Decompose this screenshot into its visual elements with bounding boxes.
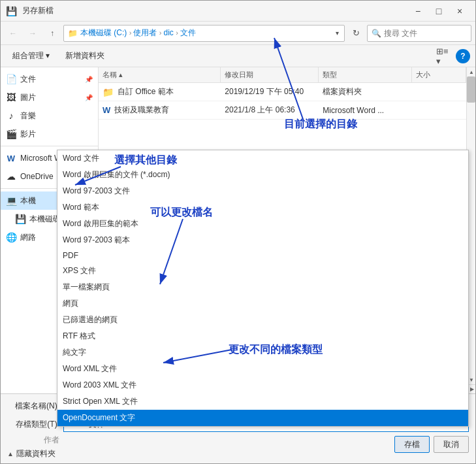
- forward-button[interactable]: →: [24, 25, 41, 42]
- file-list-header: 名稱 ▴ 修改日期 類型 大小: [99, 67, 466, 83]
- col-header-type[interactable]: 類型: [319, 67, 412, 82]
- videos-icon: 🎬: [6, 129, 16, 139]
- maximize-button[interactable]: □: [428, 2, 449, 20]
- dropdown-item-xps[interactable]: XPS 文件: [57, 263, 468, 279]
- sidebar-item-pictures[interactable]: 🖼 圖片 📌: [1, 88, 98, 107]
- toolbar-right: ⊞≡ ▾ ?: [436, 48, 470, 65]
- hscroll-right[interactable]: ▶: [469, 386, 475, 392]
- dropdown-item-word[interactable]: Word 文件: [57, 150, 468, 167]
- dropdown-item-rtf[interactable]: RTF 格式: [57, 328, 468, 344]
- back-button[interactable]: ←: [5, 25, 22, 42]
- author-row: 作者: [7, 435, 59, 446]
- sidebar-label-onedrive: OneDrive: [20, 172, 54, 181]
- title-bar: 💾 另存新檔 − □ ×: [1, 1, 475, 22]
- hidden-folders-row: ▲ 隱藏資料夾: [7, 448, 59, 459]
- dropdown-item-pdf[interactable]: PDF: [57, 248, 468, 263]
- dropdown-item-strict-xml[interactable]: Strict Open XML 文件: [57, 393, 468, 410]
- sidebar-label-network: 網路: [20, 232, 36, 243]
- file-size-2: [413, 101, 466, 119]
- sidebar-label-pictures: 圖片: [20, 92, 36, 103]
- onedrive-icon: ☁: [6, 171, 16, 182]
- col-header-name[interactable]: 名稱 ▴: [99, 67, 221, 82]
- bottom-form-area: 檔案名稱(N): 存檔類型(T): Word 文件 ▾ Word 文件 Word…: [1, 393, 475, 463]
- dropdown-item-webpage[interactable]: 網頁: [57, 295, 468, 312]
- dropdown-item-word-xml[interactable]: Word XML 文件: [57, 361, 468, 377]
- dropdown-item-word-macro-template[interactable]: Word 啟用巨集的範本: [57, 216, 468, 232]
- form-buttons: 存檔 取消: [394, 436, 469, 453]
- folder-icon-1: 📁: [103, 87, 114, 97]
- crumb-dic[interactable]: dic: [163, 28, 173, 37]
- toolbar: 組合管理 ▾ 新增資料夾 ⊞≡ ▾ ?: [1, 45, 475, 67]
- filename-label: 檔案名稱(N):: [7, 401, 59, 412]
- table-row[interactable]: W 技術及職業教育 2021/1/8 上午 06:36 Microsoft Wo…: [99, 101, 466, 120]
- documents-icon: 📄: [6, 74, 16, 84]
- file-date-2: 2021/1/8 上午 06:36: [221, 101, 319, 119]
- vscroll-up[interactable]: ▲: [467, 67, 475, 76]
- organize-button[interactable]: 組合管理 ▾: [6, 48, 56, 65]
- save-dialog-window: 💾 另存新檔 − □ × ← → ↑ 📁 本機磁碟 (C:) › 使用者 › d…: [0, 0, 476, 464]
- cancel-button[interactable]: 取消: [434, 436, 469, 453]
- dropdown-item-word-macro[interactable]: Word 啟用巨集的文件 (*.docm): [57, 167, 468, 183]
- new-folder-button[interactable]: 新增資料夾: [59, 48, 111, 65]
- dropdown-item-word97[interactable]: Word 97-2003 文件: [57, 183, 468, 199]
- navigation-bar: ← → ↑ 📁 本機磁碟 (C:) › 使用者 › dic › 文件 ▾ ↻ 🔍: [1, 22, 475, 45]
- address-bar-text: 本機磁碟 (C:) › 使用者 › dic › 文件: [80, 27, 332, 39]
- pin-icon: 📌: [85, 76, 93, 83]
- thispc-icon: 💻: [6, 195, 16, 206]
- col-header-size[interactable]: 大小: [412, 67, 466, 82]
- vscroll-thumb[interactable]: [467, 76, 475, 103]
- title-controls: − □ ×: [407, 2, 470, 20]
- minimize-button[interactable]: −: [407, 2, 428, 20]
- meta-area: 作者 ▲ 隱藏資料夾: [7, 435, 59, 459]
- file-type-1: 檔案資料夾: [319, 83, 413, 101]
- pin-icon-2: 📌: [85, 94, 93, 101]
- file-name-1: 📁 自訂 Office 範本: [99, 83, 221, 101]
- crumb-docs[interactable]: 文件: [180, 28, 196, 37]
- save-button[interactable]: 存檔: [394, 436, 430, 453]
- dropdown-item-odt[interactable]: OpenDocument 文字: [57, 410, 468, 426]
- crumb-user[interactable]: 使用者: [133, 28, 157, 37]
- col-header-date[interactable]: 修改日期: [221, 67, 319, 82]
- search-input[interactable]: [384, 29, 476, 38]
- word-icon-2: W: [103, 105, 110, 115]
- pictures-icon: 🖼: [6, 92, 16, 103]
- dropdown-item-filtered-webpage[interactable]: 已篩選過的網頁: [57, 312, 468, 328]
- sidebar-item-videos[interactable]: 🎬 影片: [1, 125, 98, 143]
- sidebar-divider-1: [1, 146, 98, 146]
- sidebar-label-thispc: 本機: [20, 195, 36, 207]
- file-date-1: 2019/12/19 下午 05:40: [221, 83, 319, 101]
- window-title: 另存新檔: [22, 5, 54, 16]
- sidebar-label-videos: 影片: [20, 129, 36, 140]
- network-icon: 🌐: [6, 232, 16, 242]
- file-name-2: W 技術及職業教育: [99, 101, 221, 119]
- sidebar-item-documents[interactable]: 📄 文件 📌: [1, 70, 98, 88]
- dropdown-item-word97-template[interactable]: Word 97-2003 範本: [57, 232, 468, 248]
- help-button[interactable]: ?: [456, 49, 470, 63]
- sidebar-item-music[interactable]: ♪ 音樂: [1, 107, 98, 125]
- diskd-icon: 💾: [15, 214, 25, 224]
- filetype-label: 存檔類型(T):: [7, 419, 59, 430]
- title-bar-left: 💾 另存新檔: [6, 5, 54, 16]
- dropdown-item-word-template[interactable]: Word 範本: [57, 199, 468, 216]
- msword-icon: W: [6, 154, 16, 163]
- refresh-button[interactable]: ↻: [347, 25, 364, 42]
- address-bar[interactable]: 📁 本機磁碟 (C:) › 使用者 › dic › 文件 ▾: [63, 25, 345, 42]
- dropdown-item-word2003-xml[interactable]: Word 2003 XML 文件: [57, 377, 468, 393]
- file-size-1: [413, 83, 466, 101]
- filetype-dropdown: Word 文件 Word 啟用巨集的文件 (*.docm) Word 97-20…: [57, 150, 469, 427]
- close-button[interactable]: ×: [449, 2, 470, 20]
- dropdown-item-single-mhtml[interactable]: 單一檔案網頁: [57, 279, 468, 295]
- music-icon: ♪: [6, 110, 16, 121]
- dropdown-item-plaintext[interactable]: 純文字: [57, 344, 468, 361]
- hidden-folders-label: 隱藏資料夾: [16, 448, 56, 459]
- crumb-c[interactable]: 本機磁碟 (C:): [80, 28, 127, 37]
- up-button[interactable]: ↑: [44, 25, 61, 42]
- author-label: 作者: [7, 435, 59, 446]
- address-dropdown-arrow[interactable]: ▾: [334, 29, 340, 37]
- sidebar-label-music: 音樂: [20, 110, 36, 122]
- expand-icon[interactable]: ▲: [7, 450, 14, 457]
- view-button[interactable]: ⊞≡ ▾: [436, 48, 453, 65]
- table-row[interactable]: 📁 自訂 Office 範本 2019/12/19 下午 05:40 檔案資料夾: [99, 83, 466, 101]
- search-box[interactable]: 🔍: [367, 25, 471, 42]
- search-icon: 🔍: [372, 29, 381, 38]
